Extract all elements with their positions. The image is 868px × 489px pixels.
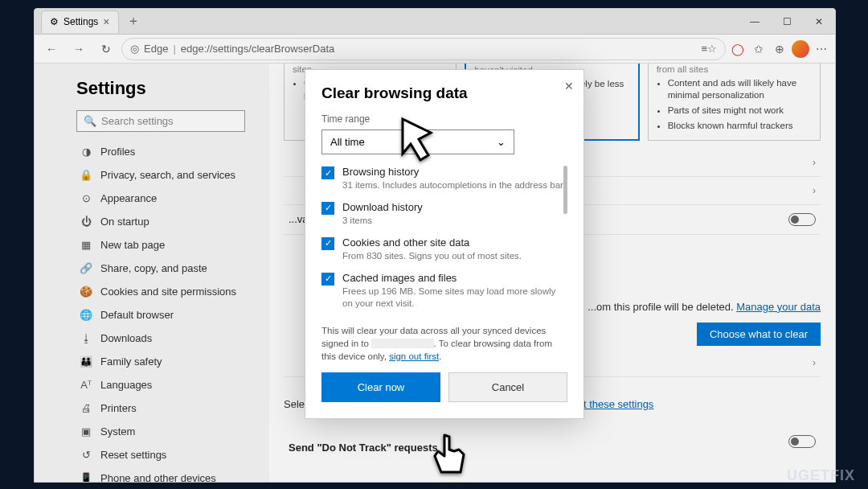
option-title: Cached images and files bbox=[342, 272, 567, 284]
clear-option[interactable]: ✓Browsing history31 items. Includes auto… bbox=[321, 166, 567, 191]
clear-option[interactable]: ✓Cookies and other site dataFrom 830 sit… bbox=[321, 236, 567, 262]
dialog-title: Clear browsing data bbox=[321, 84, 567, 102]
chevron-down-icon: ⌄ bbox=[497, 136, 506, 148]
option-sub: From 830 sites. Signs you out of most si… bbox=[342, 250, 522, 262]
watermark: UGETFIX bbox=[787, 467, 855, 484]
clear-option[interactable]: ✓Download history3 items bbox=[321, 201, 567, 227]
checkbox-checked-icon[interactable]: ✓ bbox=[321, 273, 334, 286]
option-sub: 3 items bbox=[342, 215, 423, 227]
option-sub: Frees up 196 MB. Some sites may load mor… bbox=[342, 286, 567, 310]
checkbox-checked-icon[interactable]: ✓ bbox=[321, 202, 334, 215]
time-range-select[interactable]: All time ⌄ bbox=[321, 129, 514, 154]
cancel-button[interactable]: Cancel bbox=[448, 372, 567, 403]
option-title: Browsing history bbox=[342, 166, 565, 178]
option-title: Cookies and other site data bbox=[342, 236, 522, 249]
close-dialog-button[interactable]: ✕ bbox=[564, 80, 574, 92]
option-title: Download history bbox=[342, 201, 423, 213]
sign-out-link[interactable]: sign out first bbox=[389, 351, 439, 361]
browser-window: ⚙ Settings × ＋ ― ☐ ✕ ← → ↻ ◎ Edge | edge… bbox=[34, 8, 836, 483]
sync-note: This will clear your data across all you… bbox=[321, 324, 567, 363]
scrollbar[interactable] bbox=[563, 166, 567, 214]
clear-option[interactable]: ✓Cached images and filesFrees up 196 MB.… bbox=[321, 272, 567, 310]
time-range-label: Time range bbox=[321, 113, 567, 125]
option-sub: 31 items. Includes autocompletions in th… bbox=[342, 179, 565, 191]
checkbox-checked-icon[interactable]: ✓ bbox=[321, 166, 334, 179]
checkbox-checked-icon[interactable]: ✓ bbox=[321, 237, 334, 250]
clear-data-dialog: ✕ Clear browsing data Time range All tim… bbox=[305, 69, 584, 419]
clear-now-button[interactable]: Clear now bbox=[321, 372, 440, 403]
